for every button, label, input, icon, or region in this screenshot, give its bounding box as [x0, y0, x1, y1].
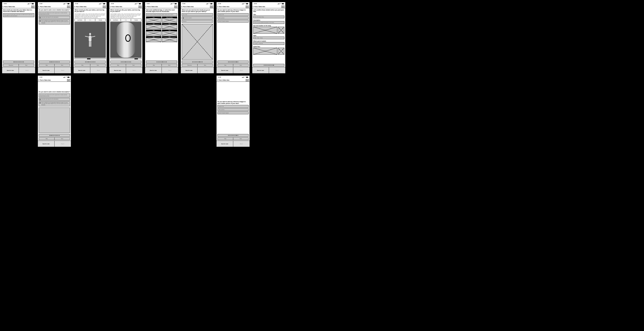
save-for-later-button[interactable]: Save for Later: [252, 67, 269, 73]
post-it-button[interactable]: Post It: [233, 141, 250, 147]
search-images-button[interactable]: Search Google Images: [218, 112, 248, 114]
next-button[interactable]: Next: [90, 64, 106, 67]
save-for-later-button[interactable]: Save for Later: [38, 67, 54, 73]
required-button[interactable]: Required: [182, 64, 198, 67]
back-button[interactable]: Post a Tattoo Idea: [146, 6, 158, 7]
next-button[interactable]: Next: [198, 64, 213, 67]
save-for-later-button[interactable]: Save for Later: [38, 141, 54, 147]
style-card[interactable]: Style: [146, 36, 162, 42]
back-button[interactable]: Post a Tattoo Idea: [38, 79, 51, 81]
exit-button[interactable]: Exit: [138, 6, 142, 8]
exit-button[interactable]: Exit: [282, 6, 284, 8]
dalle-checkbox[interactable]: Turn on Dall-E for an AI-generated refer…: [39, 20, 70, 24]
post-it-button[interactable]: Post It: [269, 67, 286, 73]
female-tab[interactable]: Female: [95, 19, 106, 21]
use-words-tab[interactable]: Use Words: [74, 19, 85, 21]
skip-button[interactable]: Skip: [110, 64, 126, 67]
next-button[interactable]: Next: [233, 137, 249, 140]
tag-input[interactable]: Input a word or phrase, and press "Enter…: [146, 13, 177, 16]
post-it-button[interactable]: Post It: [19, 67, 35, 73]
skip-button[interactable]: Skip: [74, 64, 90, 67]
style-card[interactable]: Style: [162, 30, 177, 36]
next-button[interactable]: Next: [162, 64, 177, 67]
automate-tags-checkbox[interactable]: Automate style tags from the description: [39, 98, 70, 101]
back-button[interactable]: Post a Tattoo Idea: [38, 6, 51, 7]
back-button[interactable]: Post a Tattoo Idea: [182, 6, 194, 7]
dalle-checkbox[interactable]: Turn on Dall-E for an AI-generated refer…: [39, 101, 70, 106]
rotate-slider[interactable]: [110, 58, 142, 59]
save-for-later-button[interactable]: Save for Later: [216, 67, 233, 73]
exit-button[interactable]: Exit: [246, 6, 249, 8]
current-location-button[interactable]: Current Location: [182, 17, 213, 20]
post-it-button[interactable]: Post It: [126, 67, 142, 73]
skip-button[interactable]: Skip: [39, 137, 54, 140]
post-it-button[interactable]: Post It: [233, 67, 250, 73]
back-button[interactable]: Post a Tattoo Idea: [253, 6, 265, 7]
save-for-later-button[interactable]: Save for Later: [145, 67, 162, 73]
search-images-button[interactable]: Search Google Images: [218, 20, 248, 23]
located-field[interactable]: Location + distance: [253, 42, 284, 45]
body-model-viewer[interactable]: [74, 22, 106, 58]
exit-button[interactable]: Exit: [31, 6, 34, 8]
style-card[interactable]: Style: [162, 23, 177, 29]
title-input[interactable]: This is going to be the title of your po…: [3, 13, 34, 17]
title-field[interactable]: Title of the tattoo idea: [253, 16, 284, 18]
save-for-later-button[interactable]: Save for Later: [109, 67, 126, 73]
exit-button[interactable]: Exit: [103, 6, 106, 8]
take-picture-button[interactable]: Take a picture: [218, 108, 248, 111]
style-card[interactable]: Style: [162, 36, 177, 42]
use-words-tab[interactable]: Use Words: [110, 19, 121, 21]
save-for-later-button[interactable]: Save for Later: [74, 67, 90, 73]
exit-button[interactable]: Exit: [174, 6, 177, 8]
style-card[interactable]: Black and White: [162, 17, 177, 23]
required-button[interactable]: Required: [3, 64, 19, 67]
city-zip-input[interactable]: City or Zip: [182, 13, 213, 16]
body-thumb[interactable]: [253, 27, 277, 34]
post-it-button[interactable]: Post It: [54, 141, 71, 147]
distance-dropdown[interactable]: Distance: [182, 20, 213, 23]
back-button[interactable]: Post a Tattoo Idea: [217, 79, 230, 81]
post-it-button[interactable]: Post It: [54, 67, 71, 73]
back-button[interactable]: Post a Tattoo Idea: [74, 6, 86, 7]
style-field[interactable]: Style · Style · Style: [253, 37, 284, 39]
exit-button[interactable]: Exit: [210, 6, 213, 8]
save-for-later-button[interactable]: Save for Later: [2, 67, 19, 73]
skip-button[interactable]: Skip: [146, 64, 162, 67]
male-tab[interactable]: Male: [85, 19, 96, 21]
skip-button[interactable]: Skip: [39, 64, 54, 67]
next-button[interactable]: Next: [54, 137, 70, 140]
skip-button[interactable]: Skip: [218, 64, 233, 67]
save-for-later-button[interactable]: Save for Later: [216, 141, 233, 147]
upload-file-button[interactable]: Upload a file: [218, 105, 248, 108]
exit-button[interactable]: Exit: [246, 79, 249, 81]
exit-button[interactable]: Exit: [67, 79, 70, 81]
post-it-button[interactable]: Post It: [90, 67, 107, 73]
save-for-later-button[interactable]: Save for Later: [181, 67, 198, 73]
take-picture-button[interactable]: Take a picture: [218, 17, 248, 19]
desc-field[interactable]: This is a more detailed description of t…: [253, 21, 284, 24]
post-it-button[interactable]: Post It: [162, 67, 178, 73]
style-card[interactable]: Style: [146, 23, 162, 29]
rotate-slider[interactable]: [74, 58, 106, 59]
map-placeholder[interactable]: [182, 24, 213, 60]
body-model-viewer[interactable]: [110, 22, 142, 58]
male-tab[interactable]: Male: [121, 19, 131, 21]
automate-tags-checkbox[interactable]: Automate style tags from the description: [39, 16, 70, 19]
style-card[interactable]: Style: [146, 30, 162, 36]
back-button[interactable]: Post a Tattoo Idea: [217, 6, 230, 7]
file-thumb[interactable]: [253, 48, 277, 55]
back-button[interactable]: Post a Tattoo Idea: [3, 6, 15, 7]
back-button[interactable]: Post a Tattoo Idea: [110, 6, 122, 7]
next-button[interactable]: Next: [126, 64, 142, 67]
female-tab[interactable]: Female: [131, 19, 142, 21]
file-thumb-more[interactable]: ▸: [278, 48, 284, 55]
next-button[interactable]: Next: [233, 64, 249, 67]
next-button[interactable]: Next: [19, 64, 34, 67]
post-it-button[interactable]: Post It: [198, 67, 214, 73]
description-input[interactable]: Add some extra detail and use this oppor…: [39, 12, 70, 15]
upload-file-button[interactable]: Upload a file: [218, 13, 248, 16]
next-button[interactable]: Next: [54, 64, 70, 67]
style-card[interactable]: Color: [146, 17, 162, 23]
description-input[interactable]: Add some extra detail and use this oppor…: [39, 94, 70, 97]
skip-button[interactable]: Skip: [218, 137, 233, 140]
